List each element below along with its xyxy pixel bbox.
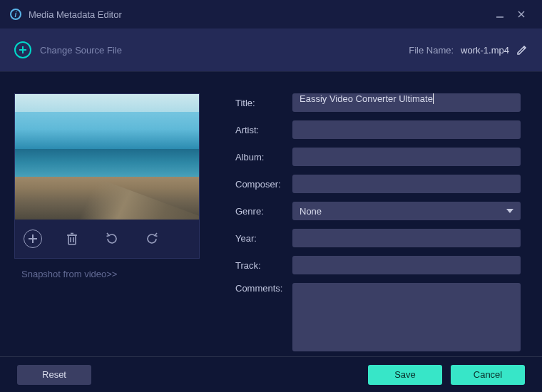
label-title: Title: xyxy=(235,98,287,108)
file-name-value: work-1.mp4 xyxy=(461,45,509,56)
save-button[interactable]: Save xyxy=(368,365,442,385)
edit-file-name-button[interactable] xyxy=(516,44,528,56)
genre-selected-value: None xyxy=(300,206,322,217)
label-genre: Genre: xyxy=(235,206,287,217)
main-area: Snapshot from video>> Title: Eassiy Vide… xyxy=(0,71,542,356)
close-button[interactable] xyxy=(511,4,532,25)
change-source-label: Change Source File xyxy=(40,45,122,56)
title-bar: Media Metadata Editor xyxy=(0,0,542,29)
row-track: Track: xyxy=(235,256,521,274)
row-title: Title: Eassiy Video Converter Ultimate xyxy=(235,93,521,112)
label-year: Year: xyxy=(235,233,287,244)
comments-input[interactable] xyxy=(292,283,521,351)
cover-art-panel: Snapshot from video>> xyxy=(14,93,200,342)
add-image-button[interactable] xyxy=(24,229,42,248)
label-composer: Composer: xyxy=(235,179,287,190)
snapshot-from-video-link[interactable]: Snapshot from video>> xyxy=(21,269,200,279)
row-album: Album: xyxy=(235,148,521,166)
reset-button[interactable]: Reset xyxy=(17,365,91,385)
row-comments: Comments: xyxy=(235,283,521,351)
rotate-left-button[interactable] xyxy=(102,229,122,249)
genre-select[interactable]: None xyxy=(292,202,521,220)
composer-input[interactable] xyxy=(292,175,521,193)
cover-art-frame xyxy=(14,93,200,259)
artist-input[interactable] xyxy=(292,120,521,139)
cancel-button[interactable]: Cancel xyxy=(451,365,525,385)
minimize-button[interactable] xyxy=(489,4,511,25)
cover-art-toolbar xyxy=(15,220,199,258)
plus-circle-icon xyxy=(14,41,31,58)
app-info-icon xyxy=(10,9,21,20)
label-artist: Artist: xyxy=(235,125,287,135)
row-artist: Artist: xyxy=(235,120,521,139)
file-name-block: File Name: work-1.mp4 xyxy=(409,44,528,56)
rotate-right-button[interactable] xyxy=(142,229,162,249)
delete-image-button[interactable] xyxy=(62,229,82,249)
album-input[interactable] xyxy=(292,148,521,166)
year-input[interactable] xyxy=(292,229,521,247)
label-track: Track: xyxy=(235,260,287,271)
footer-bar: Reset Save Cancel xyxy=(0,356,542,392)
label-album: Album: xyxy=(235,152,287,163)
change-source-button[interactable]: Change Source File xyxy=(14,41,122,58)
row-genre: Genre: None xyxy=(235,202,521,220)
window-title: Media Metadata Editor xyxy=(29,9,122,20)
row-composer: Composer: xyxy=(235,175,521,193)
metadata-form: Title: Eassiy Video Converter Ultimate A… xyxy=(235,93,521,342)
header-bar: Change Source File File Name: work-1.mp4 xyxy=(0,29,542,71)
file-name-label: File Name: xyxy=(409,45,454,56)
chevron-down-icon xyxy=(506,209,513,213)
row-year: Year: xyxy=(235,229,521,247)
cover-art-image xyxy=(15,94,199,220)
title-input[interactable]: Eassiy Video Converter Ultimate xyxy=(292,93,521,112)
label-comments: Comments: xyxy=(235,283,287,294)
track-input[interactable] xyxy=(292,256,521,274)
svg-rect-4 xyxy=(68,235,76,244)
